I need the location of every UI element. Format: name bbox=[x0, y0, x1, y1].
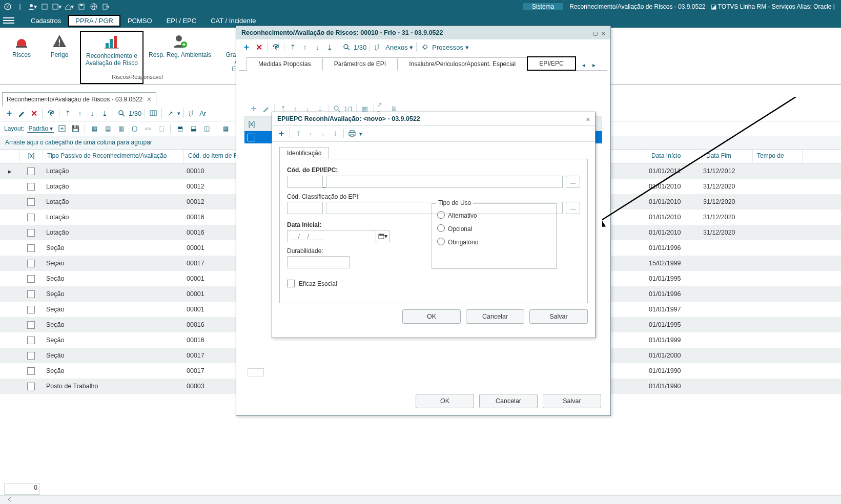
row-checkbox[interactable] bbox=[27, 321, 35, 329]
layout-save-icon[interactable]: 💾 bbox=[70, 123, 80, 134]
add-button[interactable]: + bbox=[4, 108, 14, 118]
close-tab-icon[interactable]: ✕ bbox=[147, 96, 152, 103]
ribbon-riscos[interactable]: Riscos bbox=[4, 31, 39, 84]
menu-cadastros[interactable]: Cadastros bbox=[24, 15, 68, 27]
durabilidade-input[interactable] bbox=[287, 256, 350, 268]
inner-add-button[interactable]: + bbox=[249, 103, 259, 114]
row-checkbox[interactable] bbox=[27, 383, 35, 390]
class-epi-lookup[interactable]: … bbox=[566, 202, 580, 214]
radio-alternativo[interactable] bbox=[437, 211, 445, 219]
col-tempo[interactable]: Tempo de bbox=[753, 150, 803, 163]
d1-prev-button[interactable]: ↑ bbox=[300, 42, 310, 52]
last-button[interactable]: ⤓ bbox=[99, 108, 110, 118]
save-icon[interactable] bbox=[77, 2, 86, 11]
layout-i5[interactable]: ▭ bbox=[142, 123, 153, 134]
col-dataini[interactable]: Data Início bbox=[647, 150, 702, 163]
dialog1-close-icon[interactable]: ✕ bbox=[601, 29, 605, 37]
col-tipo[interactable]: Tipo Passivo de Reconhecimento/Avaliação bbox=[43, 150, 184, 163]
inner-col-x[interactable]: [x] bbox=[245, 120, 258, 128]
layout-i1[interactable]: ▦ bbox=[89, 123, 99, 134]
tab-medidas[interactable]: Medidas Propostas bbox=[247, 57, 323, 71]
d2-prev[interactable]: ↑ bbox=[305, 129, 316, 139]
d1-attach-icon[interactable] bbox=[373, 42, 383, 52]
dialog2-close-icon[interactable]: ✕ bbox=[586, 115, 590, 123]
d2-print-button[interactable] bbox=[347, 129, 357, 139]
row-checkbox[interactable] bbox=[27, 352, 35, 360]
dialog1-titlebar[interactable]: Reconhecimento/Avaliação de Riscos: 0001… bbox=[236, 26, 610, 39]
col-check[interactable]: [x] bbox=[20, 150, 43, 163]
layout-i10[interactable]: ▦ bbox=[220, 123, 231, 134]
row-checkbox[interactable] bbox=[27, 229, 35, 237]
window-icon[interactable] bbox=[40, 2, 49, 11]
attach-button[interactable] bbox=[187, 108, 197, 118]
row-checkbox[interactable] bbox=[27, 214, 35, 221]
row-checkbox[interactable] bbox=[27, 337, 35, 344]
edit-button[interactable] bbox=[16, 108, 27, 118]
menu-epi-epc[interactable]: EPI / EPC bbox=[159, 15, 204, 27]
tab-identificacao[interactable]: Identificação bbox=[279, 147, 329, 159]
document-tab[interactable]: Reconhecimento/Avaliação de Riscos - 03.… bbox=[2, 92, 156, 106]
delete-button[interactable]: ✕ bbox=[29, 108, 39, 118]
d1-processos-menu[interactable]: Processos ▾ bbox=[432, 44, 468, 51]
row-checkbox[interactable] bbox=[27, 183, 35, 191]
d2-add-button[interactable]: + bbox=[276, 129, 286, 139]
row-checkbox[interactable] bbox=[27, 260, 35, 267]
tab-epi-epc[interactable]: EPI/EPC bbox=[527, 56, 576, 71]
tabs-scroll-right[interactable]: ▸ bbox=[589, 60, 599, 70]
layout-i8[interactable]: ⬓ bbox=[188, 123, 198, 134]
d1-first-button[interactable]: ⤒ bbox=[288, 42, 298, 52]
d1-refresh-button[interactable] bbox=[271, 42, 281, 52]
layout-i7[interactable]: ⬒ bbox=[175, 123, 185, 134]
back-icon[interactable] bbox=[3, 2, 12, 11]
layout-i4[interactable]: ▢ bbox=[129, 123, 139, 134]
layout-i6[interactable]: ⬚ bbox=[156, 123, 166, 134]
layout-select[interactable]: Padrão ▾ bbox=[27, 125, 54, 133]
d2-next[interactable]: ↓ bbox=[318, 129, 328, 139]
anexos-menu[interactable]: Ar bbox=[199, 110, 206, 117]
gear-icon[interactable] bbox=[420, 42, 430, 52]
next-button[interactable]: ↓ bbox=[87, 108, 97, 118]
prev-button[interactable]: ↑ bbox=[75, 108, 85, 118]
exit-icon[interactable] bbox=[101, 2, 111, 11]
layout-i2[interactable]: ▤ bbox=[102, 123, 113, 134]
columns-button[interactable] bbox=[148, 108, 158, 118]
d1-save-button[interactable]: Salvar bbox=[543, 394, 601, 408]
row-checkbox[interactable] bbox=[27, 367, 35, 375]
d2-last[interactable]: ⤓ bbox=[330, 129, 340, 139]
d1-cancel-button[interactable]: Cancelar bbox=[479, 394, 538, 408]
d2-first[interactable]: ⤒ bbox=[293, 129, 303, 139]
export-button[interactable]: ↗ bbox=[165, 108, 175, 118]
row-checkbox[interactable] bbox=[27, 244, 35, 252]
layout-i3[interactable]: ▥ bbox=[116, 123, 126, 134]
cod-epi-desc-input[interactable] bbox=[326, 176, 563, 188]
menu-ppra-pgr[interactable]: PPRA / PGR bbox=[68, 15, 120, 27]
radio-obrigatorio[interactable] bbox=[437, 238, 445, 245]
d1-last-button[interactable]: ⤓ bbox=[324, 42, 335, 52]
row-checkbox[interactable] bbox=[27, 290, 35, 298]
row-checkbox[interactable] bbox=[27, 275, 35, 283]
first-button[interactable]: ⤒ bbox=[63, 108, 73, 118]
layout-add-icon[interactable] bbox=[57, 123, 67, 134]
search-button[interactable] bbox=[116, 108, 127, 118]
eficaz-esocial-checkbox[interactable] bbox=[287, 280, 295, 287]
dialog1-max-icon[interactable]: ▢ bbox=[593, 29, 598, 37]
cod-epi-code-input[interactable] bbox=[287, 176, 323, 188]
hamburger-icon[interactable] bbox=[3, 17, 14, 24]
d1-anexos-menu[interactable]: Anexos ▾ bbox=[385, 44, 413, 51]
d1-ok-button[interactable]: OK bbox=[416, 394, 474, 408]
tabs-scroll-left[interactable]: ◂ bbox=[579, 60, 589, 70]
d2-ok-button[interactable]: OK bbox=[402, 309, 461, 324]
dialog2-titlebar[interactable]: EPI/EPC Reconh/Avaliação: <novo> - 03.9.… bbox=[272, 112, 595, 126]
row-checkbox[interactable] bbox=[27, 167, 35, 175]
menu-cat-incidente[interactable]: CAT / Incidente bbox=[203, 15, 263, 27]
inner-row-checkbox[interactable] bbox=[248, 134, 255, 141]
radio-opcional[interactable] bbox=[437, 224, 445, 232]
date-picker-icon[interactable]: ▾ bbox=[376, 230, 390, 242]
col-datafim[interactable]: Data Fim bbox=[702, 150, 753, 163]
globe-icon[interactable] bbox=[89, 2, 98, 11]
row-checkbox[interactable] bbox=[27, 306, 35, 313]
row-checkbox[interactable] bbox=[27, 198, 35, 206]
menu-pcmso[interactable]: PCMSO bbox=[120, 15, 159, 27]
class-epi-code-input[interactable] bbox=[287, 202, 323, 214]
h-scrollbar[interactable] bbox=[0, 495, 841, 504]
